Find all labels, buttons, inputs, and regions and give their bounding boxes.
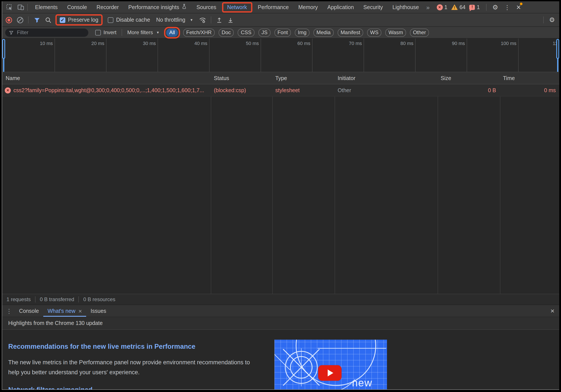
column-header-name[interactable]: Name [6, 72, 20, 84]
network-settings-gear-icon[interactable]: ⚙ [546, 13, 559, 26]
tab-performance[interactable]: Performance [253, 1, 293, 13]
filter-input-box[interactable] [5, 28, 88, 37]
filter-type-js[interactable]: JS [259, 28, 270, 37]
more-filters-dropdown[interactable]: More filters ▾ [127, 29, 159, 35]
issues-icon: ! [469, 5, 475, 10]
timeline-tick: 40 ms [158, 39, 209, 72]
device-toolbar-icon[interactable] [17, 3, 25, 11]
tab-lighthouse[interactable]: Lighthouse [388, 1, 424, 13]
column-divider[interactable] [438, 72, 438, 294]
column-divider[interactable] [272, 72, 273, 294]
clear-network-log-icon[interactable] [14, 13, 26, 26]
disable-cache-checkbox[interactable]: Disable cache [108, 17, 150, 23]
drawer-tab-issues[interactable]: Issues [86, 305, 111, 317]
request-initiator-cell[interactable]: Other [338, 84, 351, 96]
overview-left-grip[interactable] [2, 39, 5, 59]
issue-badges: × 1 ! 64 ! 1 [437, 4, 484, 10]
column-divider[interactable] [211, 72, 211, 294]
request-time-cell: 0 ms [544, 84, 556, 96]
more-tabs-icon[interactable]: » [424, 4, 432, 11]
drawer-tab-whats-new[interactable]: What's new × [43, 305, 86, 317]
close-drawer-icon[interactable]: × [547, 305, 559, 317]
divider [27, 4, 28, 11]
column-divider[interactable] [500, 72, 500, 294]
play-triangle-icon [328, 370, 333, 376]
filter-type-media[interactable]: Media [313, 28, 334, 37]
request-status-cell: (blocked:csp) [214, 84, 246, 96]
error-badge[interactable]: × 1 [437, 4, 447, 10]
annotation-network-tab: Network [222, 2, 252, 12]
disable-cache-label: Disable cache [116, 17, 150, 23]
search-icon[interactable] [43, 13, 54, 26]
drawer-tab-console[interactable]: Console [15, 305, 43, 317]
tab-application[interactable]: Application [323, 1, 359, 13]
youtube-play-button[interactable] [318, 365, 342, 381]
tab-recorder[interactable]: Recorder [92, 1, 124, 13]
divider [211, 16, 211, 23]
invert-label: Invert [103, 29, 117, 35]
timeline-tick: 20 ms [55, 39, 107, 72]
filter-type-img[interactable]: Img [295, 28, 310, 37]
column-header-initiator[interactable]: Initiator [338, 72, 355, 84]
network-overview-timeline[interactable]: 10 ms 20 ms 30 ms 40 ms 50 ms 60 ms 70 m… [2, 39, 559, 72]
column-header-size[interactable]: Size [441, 72, 451, 84]
thumbnail-new-text: new [352, 377, 372, 389]
resources-size: 0 B resources [83, 296, 115, 302]
preserve-log-checkbox[interactable]: ✓ Preserve log [60, 17, 98, 23]
tab-security[interactable]: Security [359, 1, 388, 13]
checkbox-checked: ✓ [60, 17, 65, 23]
preserve-log-label: Preserve log [68, 17, 98, 23]
request-name-cell[interactable]: × css2?family=Poppins:ital,wght@0,300;0,… [5, 84, 209, 96]
table-row[interactable]: × css2?family=Poppins:ital,wght@0,300;0,… [2, 84, 559, 96]
network-summary-bar: 1 requests 0 B transferred 0 B resources [2, 294, 559, 305]
close-devtools-icon[interactable]: × [513, 1, 525, 13]
tab-sources[interactable]: Sources [192, 1, 221, 13]
drawer-tab-bar: ⋮ Console What's new × Issues × [2, 305, 559, 317]
filter-input[interactable] [16, 29, 84, 36]
filter-type-fetch-xhr[interactable]: Fetch/XHR [183, 28, 215, 37]
export-har-icon[interactable] [225, 13, 236, 26]
column-divider[interactable] [334, 72, 335, 294]
overview-right-grip[interactable] [556, 39, 559, 59]
inspect-element-icon[interactable] [6, 3, 13, 11]
annotation-preserve-log: ✓ Preserve log [55, 14, 103, 26]
invert-checkbox[interactable]: Invert [95, 29, 117, 35]
filter-funnel-icon[interactable] [31, 13, 43, 26]
filter-type-doc[interactable]: Doc [219, 28, 234, 37]
whats-new-content: Recommendations for the new live metrics… [2, 330, 559, 389]
filter-type-all[interactable]: All [166, 28, 178, 37]
video-thumbnail[interactable]: new [274, 340, 387, 389]
column-header-type[interactable]: Type [275, 72, 287, 84]
flask-icon [181, 3, 187, 11]
request-name: css2?family=Poppins:ital,wght@0,300;0,40… [13, 87, 204, 94]
issues-badge[interactable]: ! 1 [469, 4, 480, 10]
warning-badge[interactable]: ! 64 [451, 4, 465, 10]
update-available-dot [520, 3, 523, 5]
tab-performance-insights[interactable]: Performance insights [124, 1, 192, 13]
timeline-tick: 80 ms [364, 39, 416, 72]
filter-type-css[interactable]: CSS [238, 28, 255, 37]
column-header-time[interactable]: Time [503, 72, 515, 84]
throttling-value: No throttling [156, 17, 185, 23]
import-har-icon[interactable] [214, 13, 225, 26]
drawer-menu-icon[interactable]: ⋮ [2, 305, 15, 317]
filter-type-manifest[interactable]: Manifest [337, 28, 363, 37]
table-header: Name Status Type Initiator Size Time [2, 72, 559, 84]
divider [486, 4, 487, 11]
filter-type-other[interactable]: Other [410, 28, 429, 37]
main-menu-icon[interactable]: ⋮ [501, 1, 513, 13]
tab-memory[interactable]: Memory [293, 1, 323, 13]
filter-type-font[interactable]: Font [274, 28, 291, 37]
tab-elements[interactable]: Elements [30, 1, 62, 13]
tab-console[interactable]: Console [62, 1, 92, 13]
settings-gear-icon[interactable]: ⚙ [489, 1, 501, 13]
filter-type-wasm[interactable]: Wasm [386, 28, 406, 37]
throttling-select[interactable]: No throttling ▾ [156, 17, 192, 23]
network-conditions-icon[interactable] [197, 13, 208, 26]
close-tab-icon[interactable]: × [78, 307, 82, 314]
filter-type-ws[interactable]: WS [367, 28, 382, 37]
tab-network[interactable]: Network [226, 4, 248, 10]
devtools-panel: Elements Console Recorder Performance in… [2, 1, 559, 390]
column-header-status[interactable]: Status [214, 72, 229, 84]
record-network-log-icon[interactable] [3, 13, 14, 26]
